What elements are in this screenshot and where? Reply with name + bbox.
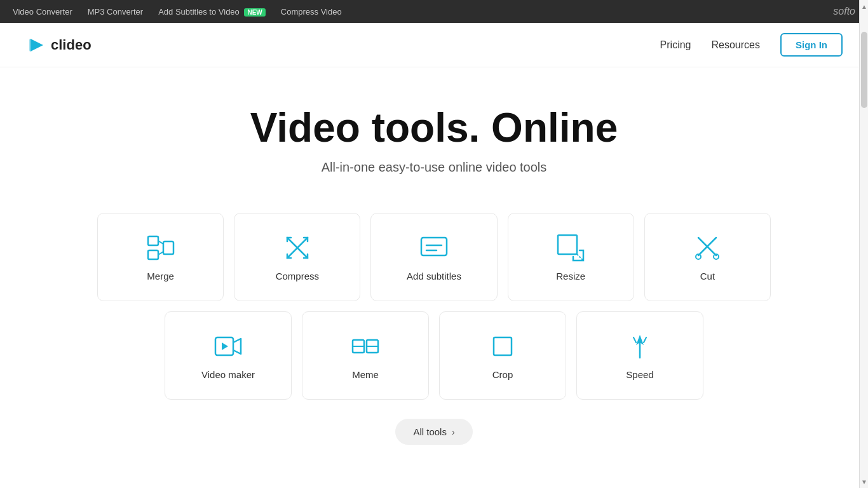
tools-section: Merge Compress Add subtitles <box>85 213 783 400</box>
svg-line-7 <box>287 238 297 248</box>
tools-row2: Video maker Meme Crop <box>97 311 771 400</box>
hero-title: Video tools. Online <box>13 105 855 150</box>
meme-label: Meme <box>352 369 379 380</box>
nav-pricing[interactable]: Pricing <box>660 39 691 51</box>
topbar-compress-video[interactable]: Compress Video <box>281 7 342 17</box>
subtitles-icon <box>419 233 449 263</box>
svg-rect-1 <box>29 39 32 51</box>
merge-icon <box>146 233 176 263</box>
svg-rect-11 <box>421 238 447 255</box>
tool-card-meme[interactable]: Meme <box>302 311 429 400</box>
all-tools-container: All tools › <box>0 419 868 445</box>
logo-text: clideo <box>51 37 92 53</box>
svg-rect-26 <box>494 337 512 355</box>
logo[interactable]: clideo <box>25 35 92 55</box>
sign-in-button[interactable]: Sign In <box>780 33 843 57</box>
scrollbar[interactable]: ▲ ▼ <box>859 0 868 488</box>
subtitles-label: Add subtitles <box>407 271 461 281</box>
compress-icon <box>282 233 313 263</box>
logo-icon <box>25 35 46 55</box>
top-bar: Video Converter MP3 Converter Add Subtit… <box>0 0 868 23</box>
scrollbar-thumb[interactable] <box>861 32 867 108</box>
scrollbar-arrow-down[interactable]: ▼ <box>860 475 868 488</box>
hero-subtitle: All-in-one easy-to-use online video tool… <box>13 160 855 175</box>
videomaker-label: Video maker <box>201 369 255 380</box>
tool-card-subtitles[interactable]: Add subtitles <box>370 213 497 301</box>
speed-icon <box>625 331 655 362</box>
resize-icon <box>555 233 586 263</box>
merge-label: Merge <box>147 271 174 281</box>
svg-line-10 <box>287 248 297 258</box>
svg-line-8 <box>297 248 308 258</box>
softo-logo: softo <box>833 6 855 17</box>
tools-row1: Merge Compress Add subtitles <box>97 213 771 301</box>
svg-rect-2 <box>148 236 158 245</box>
meme-icon <box>350 331 381 362</box>
resize-label: Resize <box>556 271 585 281</box>
all-tools-label: All tools <box>413 426 447 437</box>
cut-icon <box>692 233 722 263</box>
nav-right: Pricing Resources Sign In <box>660 33 843 57</box>
svg-rect-3 <box>148 250 158 259</box>
tool-card-crop[interactable]: Crop <box>439 311 566 400</box>
tool-card-speed[interactable]: Speed <box>576 311 703 400</box>
videomaker-icon <box>213 331 243 362</box>
topbar-video-converter[interactable]: Video Converter <box>13 7 72 17</box>
tool-card-merge[interactable]: Merge <box>97 213 224 301</box>
svg-line-9 <box>297 238 308 248</box>
nav-resources[interactable]: Resources <box>712 39 760 51</box>
tool-card-compress[interactable]: Compress <box>234 213 360 301</box>
tool-card-resize[interactable]: Resize <box>508 213 634 301</box>
tool-card-cut[interactable]: Cut <box>644 213 771 301</box>
svg-rect-14 <box>558 235 577 254</box>
svg-line-15 <box>577 254 583 261</box>
cut-label: Cut <box>700 271 715 281</box>
tool-card-videomaker[interactable]: Video maker <box>165 311 292 400</box>
crop-label: Crop <box>492 369 513 380</box>
svg-marker-0 <box>31 39 43 51</box>
new-badge: NEW <box>244 8 265 17</box>
svg-rect-4 <box>163 241 173 254</box>
svg-marker-21 <box>222 342 228 350</box>
all-tools-button[interactable]: All tools › <box>395 419 472 445</box>
crop-icon <box>487 331 518 362</box>
chevron-right-icon: › <box>452 427 455 437</box>
topbar-mp3-converter[interactable]: MP3 Converter <box>88 7 143 17</box>
hero-section: Video tools. Online All-in-one easy-to-u… <box>0 67 868 194</box>
scrollbar-arrow-up[interactable]: ▲ <box>860 0 868 13</box>
speed-label: Speed <box>626 369 653 380</box>
navbar: clideo Pricing Resources Sign In <box>0 23 868 67</box>
compress-label: Compress <box>276 271 319 281</box>
topbar-add-subtitles[interactable]: Add Subtitles to Video NEW <box>158 7 266 17</box>
